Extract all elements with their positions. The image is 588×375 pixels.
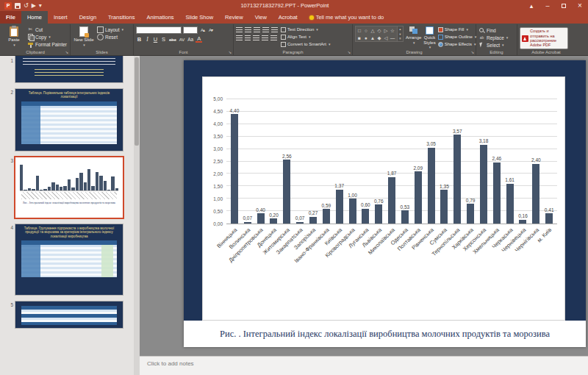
font-style-button-abc[interactable]: abc <box>168 35 177 43</box>
line-spacing-icon[interactable] <box>271 27 278 33</box>
tab-view[interactable]: View <box>249 11 273 24</box>
tab-transitions[interactable]: Transitions <box>102 11 140 24</box>
customize-qat-icon[interactable]: ▾ <box>39 1 42 10</box>
justify-icon[interactable] <box>262 35 268 41</box>
font-style-button-u[interactable]: U <box>152 35 159 43</box>
increase-indent-icon[interactable] <box>262 27 269 33</box>
convert-to-smartart-button[interactable]: Convert to SmartArt <box>281 41 331 47</box>
undo-icon[interactable]: ↺ <box>24 1 29 10</box>
create-share-adobe-pdf-button[interactable]: Создать и отправить на рассмотрение Adob… <box>520 27 568 49</box>
shape-outline-button[interactable]: Shape Outline <box>438 34 477 40</box>
decrease-indent-icon[interactable] <box>254 27 260 33</box>
align-left-icon[interactable] <box>236 35 243 41</box>
close-button[interactable]: × <box>572 0 588 11</box>
gallery-down-icon[interactable]: ▾ <box>399 32 401 36</box>
shape-icon-10[interactable]: ◁ <box>383 35 389 41</box>
align-right-icon[interactable] <box>253 35 259 41</box>
paste-button[interactable]: Paste <box>3 26 25 48</box>
notes-pane[interactable]: Click to add notes <box>140 356 588 375</box>
shapes-gallery-scroll[interactable]: ▴ ▾ ≡ <box>398 26 404 42</box>
shape-icon-8[interactable]: ▲ <box>370 35 376 41</box>
tab-review[interactable]: Review <box>219 11 249 24</box>
shape-fill-button[interactable]: Shape Fill <box>438 26 477 32</box>
gallery-more-icon[interactable]: ≡ <box>399 37 401 40</box>
shape-icon-2[interactable]: △ <box>370 27 376 34</box>
slide-thumbnail-5[interactable] <box>15 301 123 328</box>
smartart-icon <box>281 42 286 47</box>
chart-object[interactable]: 0,000,501,001,502,002,503,003,504,004,50… <box>202 76 565 321</box>
new-slide-button[interactable]: New Slide <box>73 26 95 48</box>
shapes-gallery[interactable]: □○△◇▷☆■●▲◆◁— <box>355 26 398 42</box>
increase-font-size-icon[interactable]: A▴ <box>199 26 206 34</box>
save-icon[interactable] <box>15 1 21 10</box>
tab-home[interactable]: Home <box>21 11 48 24</box>
tab-insert[interactable]: Insert <box>48 11 74 24</box>
numbering-icon[interactable] <box>245 27 251 33</box>
layout-button[interactable]: Layout <box>97 26 123 32</box>
thumbnail-scrollbar[interactable] <box>134 56 140 375</box>
columns-icon[interactable] <box>270 35 277 41</box>
cut-button[interactable]: ✂ Cut <box>27 26 67 32</box>
reset-button[interactable]: Reset <box>97 34 123 40</box>
font-style-button-i[interactable]: I <box>144 35 151 43</box>
tell-me-box[interactable]: Tell me what you want to do <box>304 11 390 24</box>
bar-slot: 0,53 <box>398 99 412 224</box>
shape-effects-button[interactable]: Shape Effects <box>438 41 477 47</box>
arrange-button[interactable]: Arrange <box>406 26 421 50</box>
font-style-button-s[interactable]: S <box>160 35 167 43</box>
chart-plot-area: 0,000,501,001,502,002,503,003,504,004,50… <box>203 77 564 276</box>
drawing-dialog-launcher[interactable]: ↘ <box>470 50 474 54</box>
copy-button[interactable]: Copy <box>27 34 67 40</box>
powerpoint-window: P ↺ ▶ ▾ 10713271832792.PPT - PowerPoint … <box>0 0 588 375</box>
bar <box>532 164 539 224</box>
slide-thumbnail-1[interactable] <box>15 56 123 82</box>
align-text-button[interactable]: Align Text <box>281 34 331 40</box>
align-center-icon[interactable] <box>245 35 251 41</box>
paragraph-dialog-launcher[interactable]: ↘ <box>347 50 351 54</box>
shape-icon-7[interactable]: ● <box>363 35 369 41</box>
find-button[interactable]: Find <box>478 27 514 33</box>
font-style-button-a[interactable]: A <box>196 36 202 43</box>
tab-file[interactable]: File <box>0 11 21 24</box>
start-slideshow-icon[interactable]: ▶ <box>32 1 36 10</box>
quick-styles-label: Quick Styles <box>423 35 435 45</box>
shape-icon-6[interactable]: ■ <box>356 35 362 41</box>
minimize-button[interactable]: – <box>539 0 556 11</box>
bullets-icon[interactable] <box>236 27 243 33</box>
restore-button[interactable] <box>556 0 572 11</box>
tab-animations[interactable]: Animations <box>140 11 179 24</box>
shape-icon-3[interactable]: ◇ <box>376 27 382 34</box>
thumbnail-scrollbar-thumb[interactable] <box>135 57 139 146</box>
shape-icon-5[interactable]: ☆ <box>390 27 395 34</box>
tab-design[interactable]: Design <box>74 11 102 24</box>
text-direction-button[interactable]: Text Direction <box>281 26 331 32</box>
slide[interactable]: 0,000,501,001,502,002,503,003,504,004,50… <box>184 60 586 347</box>
font-style-button-aa[interactable]: Aa <box>187 35 194 43</box>
font-size-input[interactable] <box>183 26 198 34</box>
gallery-up-icon[interactable]: ▴ <box>399 27 401 31</box>
slide-thumbnail-3[interactable]: Рис. . Інтегральний індекс локалізації в… <box>15 157 123 218</box>
quick-styles-button[interactable]: Quick Styles <box>423 26 435 50</box>
font-style-button-b[interactable]: B <box>136 35 143 43</box>
tab-acrobat[interactable]: Acrobat <box>273 11 304 24</box>
font-style-button-av[interactable]: AV <box>179 35 186 43</box>
new-slide-icon <box>79 26 88 37</box>
bar-slot: 3,57 <box>451 99 464 224</box>
shape-icon-9[interactable]: ◆ <box>376 35 382 41</box>
decrease-font-size-icon[interactable]: A▾ <box>207 26 214 34</box>
shape-icon-1[interactable]: ○ <box>363 27 369 34</box>
slide-thumbnail-4[interactable]: Таблиця. Групування підприємств з виробн… <box>15 224 123 295</box>
slide-thumbnail-2[interactable]: Таблиця. Порівняльна таблиця інтегральни… <box>15 89 123 151</box>
font-dialog-launcher[interactable]: ↘ <box>228 50 232 54</box>
shape-icon-11[interactable]: — <box>390 35 395 41</box>
replace-button[interactable]: ab Replace <box>478 35 514 40</box>
chart-caption[interactable]: Рис. . Інтегральний індекс локалізації в… <box>184 321 586 347</box>
select-button[interactable]: Select <box>478 42 514 48</box>
font-name-input[interactable] <box>136 26 182 34</box>
shape-icon-4[interactable]: ▷ <box>383 27 389 34</box>
clipboard-dialog-launcher[interactable]: ↘ <box>65 50 68 54</box>
shape-icon-0[interactable]: □ <box>356 27 362 34</box>
ribbon-display-options-icon[interactable]: ▴ <box>523 0 539 11</box>
format-painter-button[interactable]: Format Painter <box>27 41 67 47</box>
tab-slide-show[interactable]: Slide Show <box>180 11 220 24</box>
